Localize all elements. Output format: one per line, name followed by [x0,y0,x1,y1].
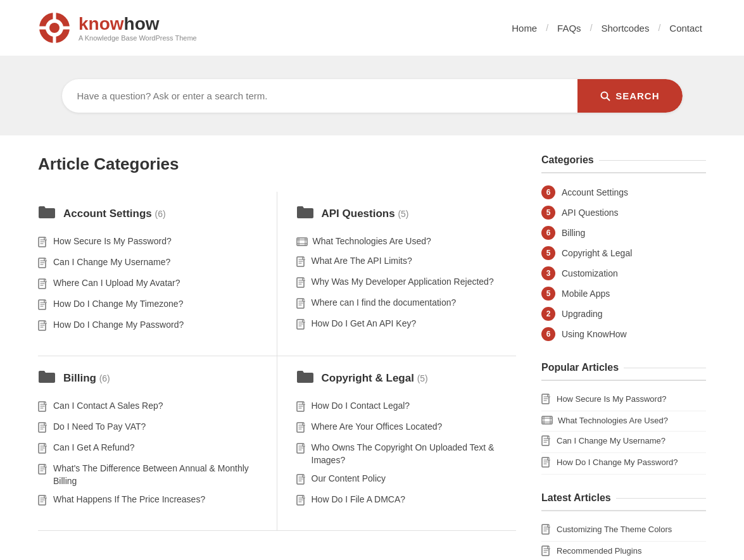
category-count: (5) [398,209,408,219]
article-link[interactable]: How Do I Get An API Key? [312,318,417,330]
article-link[interactable]: Why Was My Developer Application Rejecte… [312,276,494,289]
article-link[interactable]: What's The Difference Between Annual & M… [53,463,258,487]
sidebar-category-link[interactable]: API Questions [562,208,619,218]
logo-tagline: A Knowledge Base WordPress Theme [79,34,197,42]
article-link[interactable]: Our Content Policy [312,473,386,485]
article-link[interactable]: What Technologies Are Used? [313,235,431,248]
article-list-item: Where Are Your Offices Located? [296,418,517,439]
article-link[interactable]: How Do I Change My Password? [53,319,184,332]
doc-icon [38,237,48,250]
sidebar-category-link[interactable]: Using KnowHow [562,329,627,339]
latest-article-link[interactable]: Customizing The Theme Colors [557,524,672,535]
sidebar-categories-heading: Categories [541,154,706,173]
doc-icon [296,422,306,435]
article-link[interactable]: How Secure Is My Password? [53,235,172,248]
search-input[interactable] [62,79,578,113]
article-link[interactable]: How Do I Change My Timezone? [53,298,183,311]
article-link[interactable]: Where Are Your Offices Located? [312,421,443,433]
doc-icon [296,495,306,506]
sidebar-category-link[interactable]: Billing [562,228,585,238]
nav-shortcodes[interactable]: Shortcodes [598,23,653,34]
latest-article-item: Customizing The Theme Colors [541,520,706,542]
doc-icon [38,299,48,311]
doc-icon [296,422,306,433]
svg-point-3 [602,92,608,98]
article-list-item: How Do I File A DMCA? [296,490,517,511]
nav-contact[interactable]: Contact [665,23,706,34]
doc-icon [541,457,552,468]
doc-icon [38,258,48,269]
sidebar-category-link[interactable]: Upgrading [562,309,603,319]
doc-icon [38,443,48,456]
article-list-item: Can I Change My Username? [38,253,258,274]
latest-article-item: Recommended Plugins [541,542,706,560]
popular-article-link[interactable]: What Technologies Are Used? [558,415,668,426]
sidebar-category-link[interactable]: Customization [562,268,618,278]
sidebar-popular-section: Popular Articles How Secure Is My Passwo… [541,362,706,475]
category-count: (5) [417,373,428,383]
article-link[interactable]: What Are The API Limits? [312,255,412,268]
doc-icon [296,401,306,414]
latest-article-link[interactable]: Recommended Plugins [557,545,641,557]
article-list: Can I Contact A Sales Rep? Do I Need To … [38,397,258,511]
folder-icon [38,204,56,223]
article-link[interactable]: Do I Need To Pay VAT? [53,421,146,433]
folder-icon [38,204,56,220]
popular-article-link[interactable]: How Secure Is My Password? [557,394,666,405]
main-container: Article Categories Account Settings (6) … [0,135,744,560]
sidebar-category-item: 3 Customization [541,263,706,283]
sidebar-category-link[interactable]: Copyright & Legal [562,248,632,258]
category-block-billing: Billing (6) Can I Contact A Sales Rep? D… [38,356,277,531]
article-list-item: What Happens If The Price Increases? [38,490,258,511]
doc-icon [38,422,48,433]
popular-article-item: What Technologies Are Used? [541,411,706,432]
folder-icon [296,369,314,388]
sidebar-category-item: 6 Using KnowHow [541,324,706,344]
doc-icon [38,495,48,508]
popular-article-link[interactable]: How Do I Change My Password? [557,457,678,468]
article-link[interactable]: What Happens If The Price Increases? [53,494,205,506]
doc-icon [296,256,306,270]
article-link[interactable]: Can I Change My Username? [53,256,170,269]
sidebar-popular-list: How Secure Is My Password? What Technolo… [541,390,706,475]
article-link[interactable]: Where Can I Upload My Avatar? [53,277,180,290]
sidebar-category-item: 5 API Questions [541,202,706,223]
category-badge: 6 [541,226,555,240]
doc-icon [296,298,306,311]
popular-article-link[interactable]: Can I Change My Username? [557,435,665,447]
category-badge: 2 [541,307,555,321]
article-link[interactable]: How Do I File A DMCA? [312,494,406,506]
search-button[interactable]: SEARCH [577,79,682,113]
sidebar-category-link[interactable]: Account Settings [562,187,628,197]
sidebar-category-item: 6 Account Settings [541,182,706,202]
sidebar-category-item: 5 Mobile Apps [541,283,706,304]
article-link[interactable]: Where can I find the documentation? [312,297,457,309]
folder-icon [38,369,56,384]
doc-icon [38,258,48,271]
doc-icon [296,443,306,456]
article-link[interactable]: How Do I Contact Legal? [312,400,410,413]
svg-point-2 [49,23,60,33]
sidebar-latest-heading: Latest Articles [541,492,706,511]
doc-icon [38,422,48,435]
nav-faqs[interactable]: FAQs [553,23,585,34]
sidebar-popular-heading: Popular Articles [541,362,706,381]
doc-icon [38,320,48,333]
article-link[interactable]: Who Owns The Copyright On Uploaded Text … [312,442,517,466]
popular-article-item: How Secure Is My Password? [541,390,706,411]
doc-icon [296,401,306,413]
doc-icon [296,277,306,289]
article-link[interactable]: Can I Get A Refund? [53,442,134,454]
category-block-account-settings: Account Settings (6) How Secure Is My Pa… [38,192,277,356]
article-link[interactable]: Can I Contact A Sales Rep? [53,400,163,413]
doc-icon [296,319,306,330]
category-badge: 6 [541,327,555,341]
logo-name-part1: know [79,14,124,34]
doc-icon [296,277,306,290]
nav-home[interactable]: Home [508,23,541,34]
category-title: Billing (6) [63,372,110,385]
logo-text: knowhow A Knowledge Base WordPress Theme [79,14,197,42]
sidebar-category-link[interactable]: Mobile Apps [562,289,610,299]
logo-area: knowhow A Knowledge Base WordPress Theme [38,11,197,44]
doc-icon [296,319,306,332]
